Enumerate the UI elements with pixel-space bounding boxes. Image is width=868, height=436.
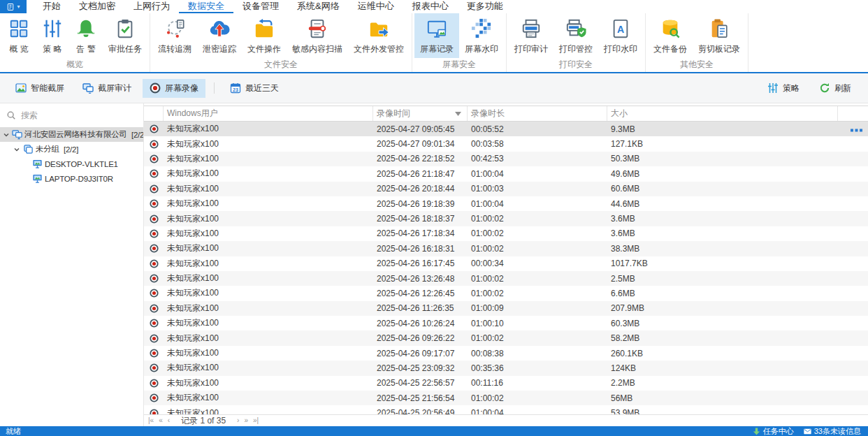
caret-down-icon[interactable] <box>3 131 10 138</box>
cell-record-duration: 01:00:02 <box>468 228 607 238</box>
ribbon-button[interactable]: A打印水印 <box>598 13 643 58</box>
column-header[interactable]: 录像时长 <box>468 106 607 121</box>
toolbar-button[interactable]: 策略 <box>760 79 806 98</box>
toolbar-divider <box>214 82 215 94</box>
menu-tab[interactable]: 系统&网络 <box>288 0 349 13</box>
pager-first-button[interactable]: |« <box>148 417 154 424</box>
ribbon-button[interactable]: 流转追溯 <box>152 13 197 58</box>
table-row[interactable]: 未知玩家x1002025-04-26 22:18:5200:42:5350.3M… <box>144 152 868 166</box>
toolbar-button[interactable]: 屏幕录像 <box>143 79 205 98</box>
record-status-icon <box>144 393 164 402</box>
pager-prev-button[interactable]: ‹ <box>168 417 170 424</box>
doc-scan-icon <box>306 17 328 40</box>
table-row[interactable]: 未知玩家x1002025-04-26 09:26:2201:00:0258.2M… <box>144 330 868 345</box>
tree-item[interactable]: 河北安固云网络科技有限公司[2/2] <box>0 127 143 142</box>
menu-tab[interactable]: 数据安全 <box>179 0 233 13</box>
ribbon-button[interactable]: 打印审计 <box>509 13 554 58</box>
ribbon-group-label: 概览 <box>2 58 147 72</box>
ribbon-button[interactable]: 概 览 <box>2 13 36 58</box>
status-bar: 就绪 任务中心 33条未读信息 <box>0 426 868 436</box>
menu-tab[interactable]: 上网行为 <box>124 0 179 13</box>
column-header[interactable]: 大小 <box>607 106 838 121</box>
tree-item-label: LAPTOP-D9J3IT0R <box>45 175 113 183</box>
sort-desc-icon[interactable] <box>455 112 461 116</box>
cell-windows-user: 未知玩家x100 <box>164 258 373 270</box>
ribbon-button[interactable]: 屏幕水印 <box>459 13 504 58</box>
cell-size: 127.1KB <box>607 139 838 149</box>
record-status-icon <box>144 169 164 178</box>
caret-down-icon[interactable] <box>12 146 21 153</box>
table-row[interactable]: 未知玩家x1002025-04-25 23:09:3200:35:36124KB <box>144 361 868 375</box>
table-row[interactable]: 未知玩家x1002025-04-26 16:18:3101:00:0238.3M… <box>144 241 868 256</box>
ribbon-button[interactable]: 打印管控 <box>554 13 598 58</box>
pager-prev-page-button[interactable]: « <box>159 417 163 424</box>
cell-record-duration: 01:00:02 <box>468 333 607 343</box>
table-row[interactable]: 未知玩家x1002025-04-26 18:18:3701:00:023.6MB <box>144 211 868 226</box>
ribbon-button[interactable]: 告 警 <box>69 13 103 58</box>
ribbon-button[interactable]: 文件操作 <box>242 13 287 58</box>
menubar-tabs: 开始文档加密上网行为数据安全设备管理系统&网络运维中心报表中心更多功能 <box>34 0 512 13</box>
status-right: 任务中心 33条未读信息 <box>753 426 861 436</box>
endpoint-icon <box>32 159 43 169</box>
menu-tab[interactable]: 开始 <box>34 0 70 13</box>
table-row[interactable]: 未知玩家x1002025-04-25 22:56:5700:11:162.2MB <box>144 376 868 391</box>
ribbon-button[interactable]: 文件外发管控 <box>348 13 410 58</box>
tree-item[interactable]: 未分组[2/2] <box>0 142 143 157</box>
unread-messages-button[interactable]: 33条未读信息 <box>804 426 861 436</box>
cell-record-duration: 01:00:02 <box>468 393 607 403</box>
column-header-label: 大小 <box>611 108 628 119</box>
toolbar-button[interactable]: 智能截屏 <box>8 79 71 98</box>
table-row[interactable]: 未知玩家x1002025-04-26 20:18:4401:00:0360.6M… <box>144 182 868 196</box>
menu-tab[interactable]: 更多功能 <box>458 0 512 13</box>
printer-shield-icon <box>565 17 587 40</box>
menu-tab[interactable]: 文档加密 <box>70 0 124 13</box>
column-header[interactable]: 录像时间 <box>373 106 468 121</box>
ribbon-group-label: 文件安全 <box>152 58 410 72</box>
table-row[interactable]: 未知玩家x1002025-04-26 11:26:3501:00:09207.9… <box>144 301 868 316</box>
task-center-button[interactable]: 任务中心 <box>753 426 794 436</box>
search-input[interactable]: 搜索 <box>3 108 140 123</box>
ribbon-button[interactable]: 文件备份 <box>648 13 693 58</box>
ribbon-button[interactable]: 屏幕记录 <box>414 13 459 58</box>
ribbon-button[interactable]: 剪切板记录 <box>693 13 746 58</box>
menu-tab[interactable]: 运维中心 <box>349 0 403 13</box>
toolbar-button[interactable]: 刷新 <box>812 79 858 98</box>
record-status-icon <box>144 140 164 149</box>
table-row[interactable]: 未知玩家x1002025-04-26 09:17:0700:08:38260.1… <box>144 346 868 361</box>
toolbar-button[interactable]: 23最近三天 <box>223 79 286 98</box>
tree-item[interactable]: DESKTOP-VLKTLE1 <box>0 157 143 171</box>
tree-item-label: 未分组 <box>36 144 59 154</box>
tree-item[interactable]: LAPTOP-D9J3IT0R <box>0 171 143 186</box>
app-menu-button[interactable]: ▾ <box>0 0 27 13</box>
table-row[interactable]: 未知玩家x1002025-04-27 09:01:3400:03:58127.1… <box>144 136 868 151</box>
pager-last-button[interactable]: »| <box>253 417 259 424</box>
table-row[interactable]: 未知玩家x1002025-04-26 12:26:4501:00:026.6MB <box>144 286 868 300</box>
table-row[interactable]: 未知玩家x1002025-04-26 19:18:3901:00:0444.6M… <box>144 196 868 211</box>
cell-record-time: 2025-04-26 09:26:22 <box>373 333 468 343</box>
cell-size: 9.3MB <box>607 124 838 134</box>
table-row[interactable]: 未知玩家x1002025-04-26 21:18:4701:00:0449.6M… <box>144 166 868 181</box>
table-row[interactable]: 未知玩家x1002025-04-26 17:18:3401:00:023.6MB <box>144 226 868 241</box>
column-header[interactable]: Windows用户 <box>164 106 373 121</box>
table-row[interactable]: 未知玩家x1002025-04-25 20:56:4901:00:0453.9M… <box>144 405 868 414</box>
ribbon-button[interactable]: 泄密追踪 <box>197 13 242 58</box>
menu-tab[interactable]: 报表中心 <box>403 0 458 13</box>
toolbar-button[interactable]: 截屏审计 <box>75 79 138 98</box>
ribbon-button[interactable]: 敏感内容扫描 <box>287 13 348 58</box>
table-row[interactable]: 未知玩家x1002025-04-26 13:26:4801:00:022.5MB <box>144 271 868 286</box>
cell-windows-user: 未知玩家x100 <box>164 272 373 284</box>
record-status-icon <box>144 409 164 414</box>
ribbon-button[interactable]: 审批任务 <box>103 13 147 58</box>
menu-tab[interactable]: 设备管理 <box>233 0 288 13</box>
more-actions-icon[interactable] <box>851 124 862 134</box>
pager-next-page-button[interactable]: » <box>244 417 248 424</box>
ribbon-button[interactable]: 策 略 <box>36 13 69 58</box>
cell-windows-user: 未知玩家x100 <box>164 287 373 299</box>
table-row[interactable]: 未知玩家x1002025-04-26 10:26:2401:00:1060.3M… <box>144 316 868 330</box>
table-row[interactable]: 未知玩家x1002025-04-27 09:05:4500:05:529.3MB <box>144 122 868 136</box>
pager-next-button[interactable]: › <box>237 417 239 424</box>
cell-record-time: 2025-04-26 18:18:37 <box>373 214 468 224</box>
table-row[interactable]: 未知玩家x1002025-04-26 16:17:4500:00:341017.… <box>144 256 868 271</box>
table-row[interactable]: 未知玩家x1002025-04-25 21:56:5401:00:0256MB <box>144 391 868 405</box>
cell-record-time: 2025-04-26 16:17:45 <box>373 259 468 268</box>
